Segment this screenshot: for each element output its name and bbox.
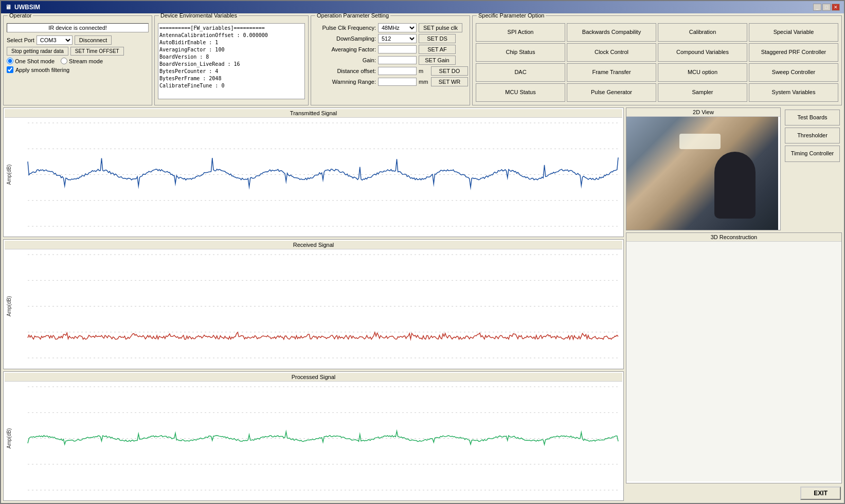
app-icon: 🖥: [5, 4, 11, 11]
specific-grid: SPI ActionBackwards CompabilityCalibrati…: [476, 23, 838, 102]
set-af-button[interactable]: SET AF: [419, 45, 456, 54]
test-boards-button[interactable]: Test Boards: [785, 110, 840, 125]
specific-btn-10[interactable]: MCU option: [658, 63, 747, 82]
gain-input[interactable]: 6: [378, 56, 417, 64]
timing-controller-button[interactable]: Timing Controller: [785, 146, 840, 161]
warning-label: Warnning Range:: [314, 79, 376, 85]
thresholder-button[interactable]: Thresholder: [785, 128, 840, 143]
set-pulse-clk-button[interactable]: SET pulse clk: [419, 23, 462, 32]
view-2d-row: 2D View Test Boards Thresholder Timin: [626, 107, 842, 230]
operator-panel: Operator IR device is connected! Select …: [3, 15, 152, 105]
main-window: 🖥 UWBSIM _ □ ✕ Operator IR device is con…: [0, 0, 845, 504]
mode-radio-row: One Shot mode Stream mode: [7, 58, 149, 64]
view-2d: 2D View: [626, 107, 781, 230]
specific-btn-4[interactable]: Chip Status: [476, 43, 565, 62]
camera-overlay: [626, 117, 778, 230]
title-bar: 🖥 UWBSIM _ □ ✕: [1, 1, 844, 13]
stream-radio[interactable]: [61, 58, 67, 64]
downsampling-row: DownSampling: 512 SET DS: [314, 34, 466, 43]
specific-group-label: Specific Parameter Option: [477, 13, 546, 19]
specific-btn-13[interactable]: Pulse Generator: [567, 83, 656, 102]
maximize-button[interactable]: □: [822, 4, 831, 11]
smooth-filter-checkbox[interactable]: [7, 66, 13, 73]
specific-btn-0[interactable]: SPI Action: [476, 23, 565, 42]
warning-input[interactable]: 0: [378, 78, 417, 86]
title-bar-controls[interactable]: _ □ ✕: [813, 4, 840, 11]
one-shot-radio-label[interactable]: One Shot mode: [7, 58, 55, 64]
distance-label: Distance offset:: [314, 68, 376, 74]
averaging-input[interactable]: 100: [378, 45, 417, 53]
pulse-clk-label: Pulse Clk Frequency:: [314, 25, 376, 31]
distance-row: Distance offset: 0 m SET DO: [314, 66, 466, 76]
right-panel: 2D View Test Boards Thresholder Timin: [626, 107, 842, 501]
exit-button[interactable]: EXIT: [800, 487, 841, 500]
specific-btn-6[interactable]: Compound Variables: [658, 43, 747, 62]
operator-group-label: Operator: [8, 13, 33, 19]
downsampling-label: DownSampling:: [314, 35, 376, 42]
specific-panel: Specific Parameter Option SPI ActionBack…: [472, 15, 842, 105]
window-title: UWBSIM: [14, 4, 40, 11]
specific-btn-5[interactable]: Clock Control: [567, 43, 656, 62]
received-chart-body: 100.0 0.0 0 512 Sampler/Distance(m)/Time…: [5, 249, 622, 367]
specific-btn-9[interactable]: Frame Transfer: [567, 63, 656, 82]
transmitted-chart-body: 15.0 -15.0 0 512 Sampler/Distance(m)/Tim…: [5, 118, 622, 236]
stop-row: Stop getting radar data SET Time OFFSET: [7, 47, 149, 56]
port-label: Select Port: [7, 37, 34, 43]
device-env-panel: Device Enviromental Variables ==========…: [154, 15, 309, 105]
operation-panel: Operation Parameter Setting Pulse Clk Fr…: [311, 15, 470, 105]
pulse-clk-select[interactable]: 48MHz: [378, 23, 417, 32]
main-area: Transmitted Signal 15.0 -15.0 0 512 Samp…: [3, 107, 842, 501]
downsampling-select[interactable]: 512: [378, 34, 417, 43]
stop-radar-button[interactable]: Stop getting radar data: [7, 47, 68, 56]
specific-btn-12[interactable]: MCU Status: [476, 83, 565, 102]
device-env-group-label: Device Enviromental Variables: [159, 13, 239, 19]
specific-btn-8[interactable]: DAC: [476, 63, 565, 82]
close-button[interactable]: ✕: [832, 4, 840, 11]
processed-chart-container: Processed Signal 15.0 -15.0 0 512 Sample…: [3, 371, 624, 501]
received-canvas: [5, 249, 622, 367]
smooth-filter-label: Apply smooth filtering: [15, 67, 69, 73]
distance-input[interactable]: 0: [378, 67, 417, 75]
port-select[interactable]: COM3: [37, 35, 73, 45]
one-shot-radio[interactable]: [7, 58, 13, 64]
person-silhouette: [714, 152, 756, 219]
camera-view: [626, 117, 778, 230]
charts-area: Transmitted Signal 15.0 -15.0 0 512 Samp…: [3, 107, 624, 501]
received-chart-container: Received Signal 100.0 0.0 0 512 Sampler/…: [3, 239, 624, 369]
set-do-button[interactable]: SET DO: [431, 66, 468, 76]
pulse-clk-row: Pulse Clk Frequency: 48MHz SET pulse clk: [314, 23, 466, 32]
exit-row: EXIT: [626, 485, 842, 501]
specific-btn-11[interactable]: Sweep Controller: [749, 63, 838, 82]
gain-label: Gain:: [314, 57, 376, 63]
specific-btn-3[interactable]: Special Variable: [749, 23, 838, 42]
main-content: Operator IR device is connected! Select …: [1, 13, 844, 503]
warning-row: Warnning Range: 0 mm SET WR: [314, 77, 466, 86]
transmitted-chart-container: Transmitted Signal 15.0 -15.0 0 512 Samp…: [3, 107, 624, 237]
distance-unit: m: [419, 68, 429, 74]
ceiling-light: [679, 134, 721, 149]
minimize-button[interactable]: _: [813, 4, 821, 11]
view-2d-title: 2D View: [626, 108, 780, 117]
set-gain-button[interactable]: SET Gain: [419, 56, 456, 65]
averaging-label: Averaging Factor:: [314, 46, 376, 52]
specific-btn-7[interactable]: Staggered PRF Controller: [749, 43, 838, 62]
operation-group-label: Operation Parameter Setting: [315, 13, 390, 19]
specific-btn-2[interactable]: Calibration: [658, 23, 747, 42]
specific-btn-14[interactable]: Sampler: [658, 83, 747, 102]
env-variables-display[interactable]: ==========[FW_variables]==========Antenn…: [158, 23, 305, 99]
received-chart-title: Received Signal: [5, 241, 622, 249]
connection-status: IR device is connected!: [7, 23, 149, 32]
set-time-offset-button[interactable]: SET Time OFFSET: [70, 47, 124, 56]
specific-btn-1[interactable]: Backwards Compability: [567, 23, 656, 42]
right-buttons-col: Test Boards Thresholder Timing Controlle…: [783, 107, 842, 230]
set-wr-button[interactable]: SET WR: [431, 77, 468, 86]
specific-btn-15[interactable]: System Variables: [749, 83, 838, 102]
disconnect-button[interactable]: Disconnect: [75, 35, 112, 45]
processed-chart-title: Processed Signal: [5, 373, 622, 382]
set-ds-button[interactable]: SET DS: [419, 34, 456, 43]
stream-radio-label[interactable]: Stream mode: [61, 58, 103, 64]
smooth-filter-row: Apply smooth filtering: [7, 66, 149, 73]
transmitted-canvas: [5, 118, 622, 236]
view-3d-content: [626, 242, 841, 481]
top-row: Operator IR device is connected! Select …: [3, 15, 842, 105]
